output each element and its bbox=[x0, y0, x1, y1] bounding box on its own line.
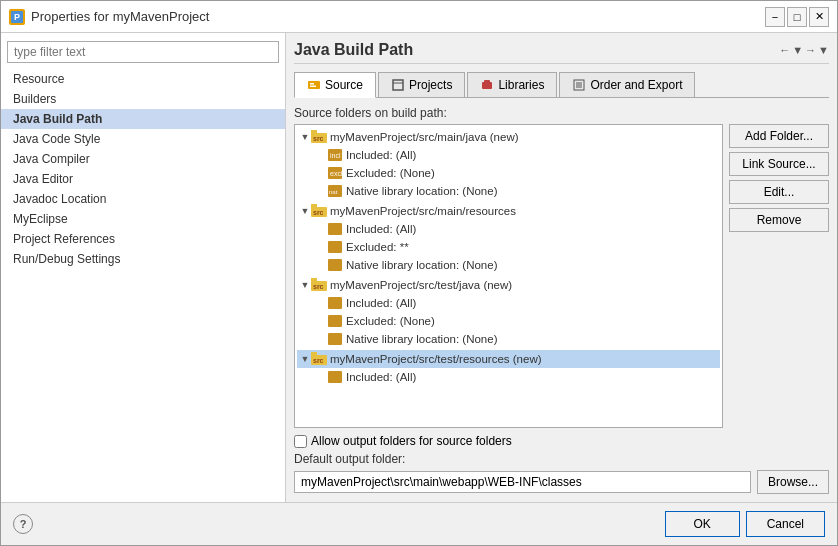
tab-libraries[interactable]: Libraries bbox=[467, 72, 557, 97]
edit-button[interactable]: Edit... bbox=[729, 180, 829, 204]
svg-text:nat: nat bbox=[329, 189, 338, 195]
sidebar-item-builders[interactable]: Builders bbox=[1, 89, 285, 109]
tab-projects[interactable]: Projects bbox=[378, 72, 465, 97]
folder-icon-src-test-java: src bbox=[311, 277, 327, 293]
tabs-bar: Source Projects Libraries bbox=[294, 72, 829, 98]
tree-node-src-test-java: ▼ src myMavenProject/src/test/java (new) bbox=[297, 275, 720, 349]
svg-rect-29 bbox=[311, 278, 317, 282]
tree-row-included-main-java[interactable]: incl Included: (All) bbox=[313, 146, 720, 164]
tree-row-excluded-main-java[interactable]: excl Excluded: (None) bbox=[313, 164, 720, 182]
svg-rect-25 bbox=[328, 223, 342, 235]
svg-rect-32 bbox=[328, 315, 342, 327]
svg-text:src: src bbox=[313, 209, 324, 216]
label-excluded-main-java: Excluded: (None) bbox=[346, 167, 435, 179]
panel-title-bar: Java Build Path ← ▼ → ▼ bbox=[294, 41, 829, 64]
svg-rect-8 bbox=[484, 80, 490, 83]
tree-row-src-main-resources[interactable]: ▼ src myMavenProject/src/main/resources bbox=[297, 202, 720, 220]
sidebar-item-project-references[interactable]: Project References bbox=[1, 229, 285, 249]
label-included-test-java: Included: (All) bbox=[346, 297, 416, 309]
help-button[interactable]: ? bbox=[13, 514, 33, 534]
nav-forward-dropdown-icon[interactable]: ▼ bbox=[818, 44, 829, 56]
tree-row-included-test-java[interactable]: Included: (All) bbox=[313, 294, 720, 312]
label-included-test-res: Included: (All) bbox=[346, 371, 416, 383]
sidebar-item-run-debug-settings[interactable]: Run/Debug Settings bbox=[1, 249, 285, 269]
icon-included-main-java: incl bbox=[327, 147, 343, 163]
label-native-test-java: Native library location: (None) bbox=[346, 333, 497, 345]
icon-included-test-java bbox=[327, 295, 343, 311]
tree-node-src-test-resources: ▼ src myMavenProject/src/test/resources … bbox=[297, 349, 720, 387]
minimize-button[interactable]: − bbox=[765, 7, 785, 27]
sidebar-item-java-code-style[interactable]: Java Code Style bbox=[1, 129, 285, 149]
svg-rect-4 bbox=[310, 86, 316, 88]
filter-input[interactable] bbox=[7, 41, 279, 63]
tab-order-export[interactable]: Order and Export bbox=[559, 72, 695, 97]
label-excluded-main-res: Excluded: ** bbox=[346, 241, 409, 253]
svg-rect-35 bbox=[311, 352, 317, 356]
toggle-src-test-resources[interactable]: ▼ bbox=[299, 353, 311, 365]
source-tree[interactable]: ▼ src myMavenProject/src/main/java (new) bbox=[294, 124, 723, 428]
ok-button[interactable]: OK bbox=[665, 511, 740, 537]
tree-row-src-test-resources[interactable]: ▼ src myMavenProject/src/test/resources … bbox=[297, 350, 720, 368]
action-buttons: Add Folder... Link Source... Edit... Rem… bbox=[729, 124, 829, 428]
folder-icon-src-test-resources: src bbox=[311, 351, 327, 367]
remove-button[interactable]: Remove bbox=[729, 208, 829, 232]
sidebar-item-java-build-path[interactable]: Java Build Path bbox=[1, 109, 285, 129]
source-folders-label: Source folders on build path: bbox=[294, 106, 829, 120]
svg-rect-31 bbox=[328, 297, 342, 309]
tree-row-excluded-main-res[interactable]: Excluded: ** bbox=[313, 238, 720, 256]
tree-row-src-main-java[interactable]: ▼ src myMavenProject/src/main/java (new) bbox=[297, 128, 720, 146]
tree-area: ▼ src myMavenProject/src/main/java (new) bbox=[294, 124, 829, 428]
tab-order-export-label: Order and Export bbox=[590, 78, 682, 92]
allow-output-checkbox[interactable] bbox=[294, 435, 307, 448]
label-excluded-test-java: Excluded: (None) bbox=[346, 315, 435, 327]
tree-node-src-main-resources: ▼ src myMavenProject/src/main/resources bbox=[297, 201, 720, 275]
tab-source[interactable]: Source bbox=[294, 72, 376, 98]
window-title: Properties for myMavenProject bbox=[31, 9, 209, 24]
tree-row-excluded-test-java[interactable]: Excluded: (None) bbox=[313, 312, 720, 330]
projects-tab-icon bbox=[391, 78, 405, 92]
cancel-button[interactable]: Cancel bbox=[746, 511, 825, 537]
label-native-main-res: Native library location: (None) bbox=[346, 259, 497, 271]
tree-row-included-main-res[interactable]: Included: (All) bbox=[313, 220, 720, 238]
sidebar-item-resource[interactable]: Resource bbox=[1, 69, 285, 89]
label-included-main-res: Included: (All) bbox=[346, 223, 416, 235]
svg-text:excl: excl bbox=[330, 170, 342, 177]
nav-dropdown-icon[interactable]: ▼ bbox=[792, 44, 803, 56]
default-output-label: Default output folder: bbox=[294, 452, 405, 466]
tab-libraries-label: Libraries bbox=[498, 78, 544, 92]
tree-row-native-test-java[interactable]: Native library location: (None) bbox=[313, 330, 720, 348]
nav-forward-icon[interactable]: → bbox=[805, 44, 816, 56]
tree-row-native-main-java[interactable]: nat Native library location: (None) bbox=[313, 182, 720, 200]
order-export-tab-icon bbox=[572, 78, 586, 92]
toggle-src-main-java[interactable]: ▼ bbox=[299, 131, 311, 143]
sidebar-item-java-editor[interactable]: Java Editor bbox=[1, 169, 285, 189]
nav-back-icon[interactable]: ← bbox=[779, 44, 790, 56]
tree-children-src-main-java: incl Included: (All) excl Excluded bbox=[297, 146, 720, 200]
sidebar-item-myeclipse[interactable]: MyEclipse bbox=[1, 209, 285, 229]
svg-rect-33 bbox=[328, 333, 342, 345]
close-button[interactable]: ✕ bbox=[809, 7, 829, 27]
toggle-src-test-java[interactable]: ▼ bbox=[299, 279, 311, 291]
tree-row-src-test-java[interactable]: ▼ src myMavenProject/src/test/java (new) bbox=[297, 276, 720, 294]
sidebar-item-java-compiler[interactable]: Java Compiler bbox=[1, 149, 285, 169]
link-source-button[interactable]: Link Source... bbox=[729, 152, 829, 176]
source-panel: Source folders on build path: ▼ src myMa… bbox=[294, 106, 829, 494]
icon-excluded-main-res bbox=[327, 239, 343, 255]
output-path-input[interactable] bbox=[294, 471, 751, 493]
add-folder-button[interactable]: Add Folder... bbox=[729, 124, 829, 148]
browse-button[interactable]: Browse... bbox=[757, 470, 829, 494]
tree-row-included-test-res[interactable]: Included: (All) bbox=[313, 368, 720, 386]
icon-excluded-test-java bbox=[327, 313, 343, 329]
icon-included-main-res bbox=[327, 221, 343, 237]
toggle-src-main-resources[interactable]: ▼ bbox=[299, 205, 311, 217]
folder-icon-src-main-java: src bbox=[311, 129, 327, 145]
svg-rect-37 bbox=[328, 371, 342, 383]
tree-row-native-main-res[interactable]: Native library location: (None) bbox=[313, 256, 720, 274]
maximize-button[interactable]: □ bbox=[787, 7, 807, 27]
label-native-main-java: Native library location: (None) bbox=[346, 185, 497, 197]
panel-title: Java Build Path bbox=[294, 41, 413, 59]
svg-rect-2 bbox=[308, 81, 320, 89]
icon-native-main-res bbox=[327, 257, 343, 273]
panel-navigation: ← ▼ → ▼ bbox=[779, 44, 829, 56]
sidebar-item-javadoc-location[interactable]: Javadoc Location bbox=[1, 189, 285, 209]
